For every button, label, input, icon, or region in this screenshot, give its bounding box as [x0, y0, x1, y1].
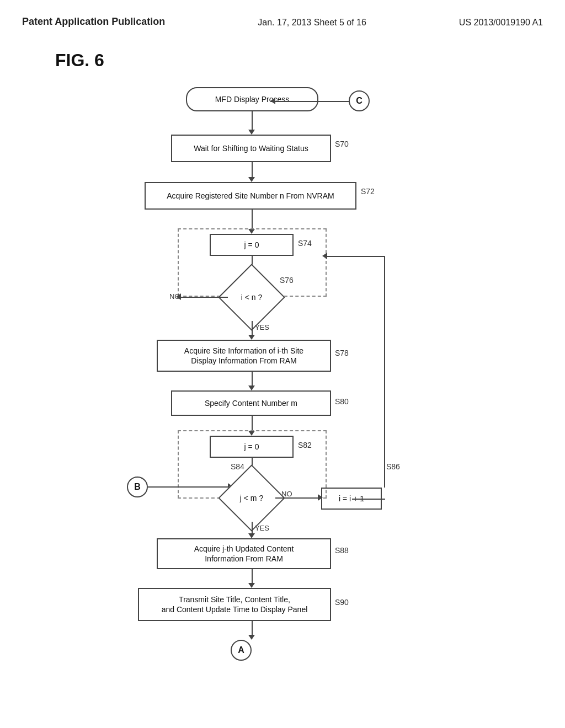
flowchart: MFD Display Process C Wait for Shifting …	[89, 76, 476, 683]
node-s90: Transmit Site Title, Content Title, and …	[138, 588, 331, 621]
s76-yes-label: YES	[255, 323, 269, 331]
label-s88: S88	[335, 546, 349, 555]
label-s84: S84	[231, 462, 244, 471]
label-s80: S80	[335, 397, 349, 406]
connector-c: C	[349, 90, 370, 111]
node-title: MFD Display Process	[186, 87, 318, 111]
page-header: Patent Application Publication Jan. 17, …	[0, 0, 565, 28]
label-s76: S76	[280, 276, 294, 285]
node-s72: Acquire Registered Site Number n From NV…	[145, 182, 356, 210]
label-s78: S78	[335, 349, 349, 357]
node-s80: Specify Content Number m	[171, 390, 331, 416]
publication-label: Patent Application Publication	[22, 15, 165, 28]
node-s76-text: i < n ?	[228, 274, 275, 321]
label-s86: S86	[386, 462, 400, 471]
node-s70: Wait for Shifting to Waiting Status	[171, 135, 331, 162]
node-s78: Acquire Site Information of i-th Site Di…	[157, 340, 331, 372]
label-s72: S72	[361, 187, 375, 196]
fig-label: FIG. 6	[55, 50, 565, 71]
label-s90: S90	[335, 598, 349, 607]
patent-number: US 2013/0019190 A1	[459, 15, 543, 28]
connector-a: A	[231, 640, 252, 661]
s84-yes-label: YES	[255, 524, 269, 532]
node-s84-text: j < m ?	[228, 474, 275, 522]
label-s70: S70	[335, 140, 349, 148]
arrow-title-to-s70	[252, 111, 253, 131]
node-s88: Acquire j-th Updated Content Information…	[157, 538, 331, 569]
connector-b: B	[127, 477, 148, 497]
s84-no-label: NO	[281, 490, 292, 498]
date-sheet-info: Jan. 17, 2013 Sheet 5 of 16	[258, 15, 366, 28]
